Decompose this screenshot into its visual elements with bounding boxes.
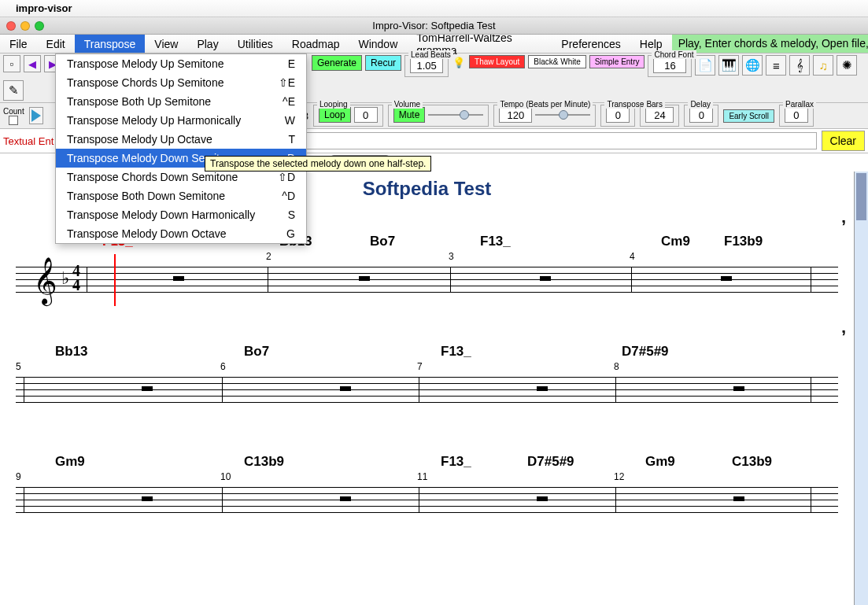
zoom-icon[interactable] bbox=[35, 21, 44, 31]
volume-group: Volume Mute bbox=[388, 105, 489, 127]
bar-number: 8 bbox=[614, 361, 619, 372]
treble-clef-icon[interactable]: 𝄞 bbox=[789, 55, 810, 76]
black-white-button[interactable]: Black& White bbox=[528, 55, 585, 68]
transpose-dropdown: Transpose Melody Up SemitoneETranspose C… bbox=[55, 53, 307, 244]
dropdown-item[interactable]: Transpose Both Up Semitone^E bbox=[56, 92, 306, 111]
count-checkbox[interactable] bbox=[9, 116, 18, 125]
chord-symbol[interactable]: F13_ bbox=[441, 344, 471, 360]
chord-symbol[interactable]: Gm9 bbox=[645, 454, 675, 470]
lead-beats-value[interactable]: 1.05 bbox=[410, 57, 443, 73]
scrollbar-thumb[interactable] bbox=[856, 173, 866, 220]
window-titlebar: Impro-Visor: Softpedia Test bbox=[0, 17, 868, 35]
minimize-icon[interactable] bbox=[20, 21, 30, 31]
tempo-slider[interactable] bbox=[535, 108, 590, 122]
menu-utilities[interactable]: Utilities bbox=[228, 35, 283, 53]
open-file-icon[interactable]: 📄 bbox=[695, 55, 715, 76]
chord-symbol[interactable]: Bb13 bbox=[55, 344, 88, 360]
bar-number: 3 bbox=[449, 251, 454, 262]
bars-value[interactable]: 24 bbox=[645, 107, 674, 123]
chord-symbol[interactable]: F13b9 bbox=[724, 234, 763, 249]
toolbar-new-icon[interactable]: ▫ bbox=[3, 55, 20, 72]
bar-number: 11 bbox=[417, 471, 427, 482]
bar-number: 4 bbox=[630, 251, 635, 262]
loop-count[interactable]: 0 bbox=[354, 107, 378, 123]
dropdown-item[interactable]: Transpose Chords Up Semitone⇧E bbox=[56, 73, 306, 92]
loop-button[interactable]: Loop bbox=[319, 107, 351, 123]
menu-edit[interactable]: Edit bbox=[37, 35, 75, 53]
time-signature: 44 bbox=[72, 264, 80, 292]
volume-slider[interactable] bbox=[428, 108, 483, 122]
chord-symbol[interactable]: D7#5#9 bbox=[622, 344, 669, 360]
traffic-lights bbox=[0, 18, 50, 34]
window-title: Impro-Visor: Softpedia Test bbox=[372, 20, 495, 31]
parallax-group: Parallax 0 bbox=[779, 105, 814, 127]
looping-label: Looping bbox=[317, 100, 350, 109]
play-button[interactable] bbox=[29, 107, 43, 124]
dropdown-item[interactable]: Transpose Melody Down OctaveG bbox=[56, 224, 306, 243]
dropdown-item[interactable]: Transpose Melody Down HarmonicallyS bbox=[56, 205, 306, 224]
chord-symbol[interactable]: D7#5#9 bbox=[527, 454, 574, 470]
chord-symbol[interactable]: Bo7 bbox=[244, 344, 269, 360]
mac-menubar: impro-visor bbox=[0, 0, 868, 17]
menu-file[interactable]: File bbox=[0, 35, 37, 53]
chord-font-value[interactable]: 16 bbox=[653, 57, 686, 73]
chord-symbol[interactable]: Gm9 bbox=[55, 454, 85, 470]
pencil-icon[interactable]: ✎ bbox=[3, 80, 24, 101]
transpose-value[interactable]: 0 bbox=[606, 107, 630, 123]
staff[interactable]: 𝄞♭44 bbox=[16, 264, 838, 297]
menu-transpose[interactable]: Transpose bbox=[75, 35, 146, 53]
nav-prev-icon[interactable]: ◀ bbox=[24, 55, 41, 72]
count-label: Count bbox=[3, 107, 24, 116]
dropdown-item[interactable]: Transpose Melody Up HarmonicallyW bbox=[56, 111, 306, 130]
bars-label: Bars bbox=[644, 100, 665, 109]
menu-play[interactable]: Play bbox=[187, 35, 227, 53]
globe-icon[interactable]: 🌐 bbox=[742, 55, 763, 76]
mute-button[interactable]: Mute bbox=[393, 107, 426, 123]
treble-clef-icon: 𝄞 bbox=[33, 257, 57, 304]
simple-entry-button[interactable]: Simple Entry bbox=[589, 55, 645, 68]
chord-font-label: Chord Font bbox=[652, 50, 696, 59]
staff[interactable] bbox=[16, 374, 838, 407]
chord-symbol[interactable]: C13b9 bbox=[244, 454, 284, 470]
early-scroll-button[interactable]: Early Scroll bbox=[723, 109, 774, 123]
tempo-value[interactable]: 120 bbox=[499, 107, 532, 123]
thaw-layout-button[interactable]: Thaw Layout bbox=[469, 55, 525, 68]
dropdown-item[interactable]: Transpose Melody Up OctaveT bbox=[56, 130, 306, 149]
clear-button[interactable]: Clear bbox=[822, 131, 865, 151]
notes-icon[interactable]: ♫ bbox=[813, 55, 833, 76]
leadsheet-icon[interactable]: ≡ bbox=[766, 55, 786, 76]
staff[interactable] bbox=[16, 484, 838, 517]
dropdown-item[interactable]: Transpose Both Down Semitone^D bbox=[56, 186, 306, 205]
parallax-label: Parallax bbox=[783, 100, 816, 109]
chord-symbol[interactable]: F13_ bbox=[441, 454, 471, 470]
mac-app-name[interactable]: impro-visor bbox=[16, 2, 72, 14]
textual-entry-label: Textual Ent bbox=[3, 135, 54, 147]
generate-button[interactable]: Generate bbox=[312, 55, 362, 71]
wheel-icon[interactable]: ✺ bbox=[837, 55, 857, 76]
bulb-icon[interactable]: 💡 bbox=[452, 55, 466, 69]
lead-beats-group: Lead Beats 1.05 bbox=[404, 55, 449, 77]
close-icon[interactable] bbox=[6, 21, 16, 31]
lead-beats-label: Lead Beats bbox=[408, 50, 453, 59]
looping-group: Looping Loop 0 bbox=[313, 105, 383, 127]
transpose-group: Transpose 0 bbox=[600, 105, 635, 127]
chord-symbol[interactable]: Bo7 bbox=[370, 234, 395, 249]
vertical-scrollbar[interactable] bbox=[854, 172, 868, 605]
menu-roadmap[interactable]: Roadmap bbox=[283, 35, 349, 53]
menu-preferences[interactable]: Preferences bbox=[552, 35, 630, 53]
delay-value[interactable]: 0 bbox=[689, 107, 713, 123]
chord-symbol[interactable]: Cm9 bbox=[661, 234, 690, 249]
voicing-icon[interactable]: 🎹 bbox=[718, 55, 739, 76]
bar-number: 7 bbox=[417, 361, 423, 372]
menu-view[interactable]: View bbox=[145, 35, 187, 53]
recur-button[interactable]: Recur bbox=[365, 55, 401, 71]
bar-number: 6 bbox=[220, 361, 226, 372]
bars-group: Bars 24 bbox=[640, 105, 679, 127]
chord-symbol[interactable]: C13b9 bbox=[732, 454, 772, 470]
menu-window[interactable]: Window bbox=[349, 35, 407, 53]
chord-font-group: Chord Font 16 bbox=[648, 55, 692, 77]
parallax-value[interactable]: 0 bbox=[785, 107, 808, 123]
chord-symbol[interactable]: F13_ bbox=[480, 234, 511, 249]
dropdown-item[interactable]: Transpose Melody Up SemitoneE bbox=[56, 54, 306, 73]
delay-group: Delay 0 bbox=[684, 105, 718, 127]
